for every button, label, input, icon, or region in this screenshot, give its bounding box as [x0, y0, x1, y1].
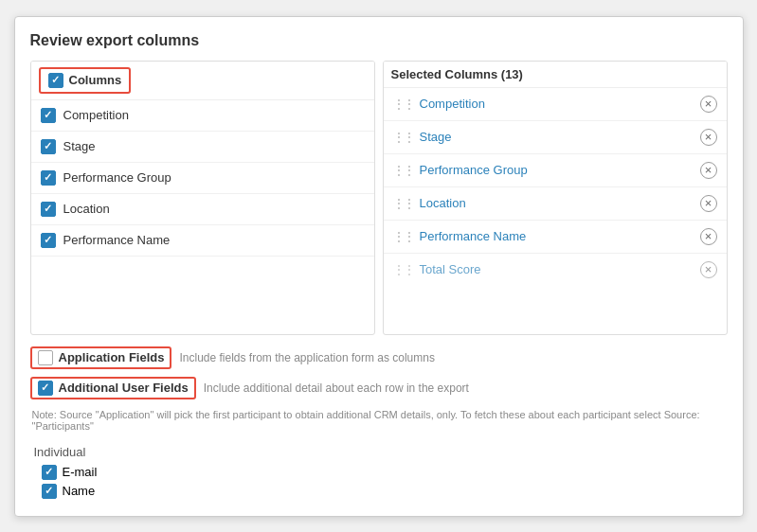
label-email: E-mail [63, 465, 98, 479]
selected-competition-left: ⋮⋮ Competition [393, 97, 485, 111]
remove-competition-button[interactable]: × [700, 96, 717, 113]
selected-performance-name: ⋮⋮ Performance Name × [384, 221, 727, 254]
left-item-performance-group: Performance Group [31, 163, 374, 194]
additional-fields-checkbox[interactable] [38, 381, 53, 396]
left-panel-title: Columns [69, 73, 122, 87]
right-panel-header: Selected Columns (13) [384, 62, 727, 88]
left-item-stage: Stage [31, 132, 374, 163]
selected-location: ⋮⋮ Location × [384, 187, 727, 221]
selected-location-left: ⋮⋮ Location [393, 196, 466, 210]
remove-location-button[interactable]: × [700, 195, 717, 212]
additional-fields-desc: Include additional detail about each row… [204, 381, 469, 395]
additional-fields-option: Additional User Fields Include additiona… [30, 377, 728, 399]
remove-performance-group-button[interactable]: × [700, 162, 717, 179]
drag-handle-performance-group: ⋮⋮ [393, 164, 414, 177]
selected-label-competition: Competition [420, 97, 485, 111]
right-panel: Selected Columns (13) ⋮⋮ Competition × ⋮… [383, 61, 728, 335]
checkbox-stage[interactable] [41, 139, 56, 154]
application-fields-desc: Include fields from the application form… [179, 351, 434, 364]
note-text: Note: Source "Application" will pick the… [32, 409, 728, 432]
checkbox-email[interactable] [42, 465, 57, 480]
label-name: Name [63, 484, 96, 498]
application-fields-label: Application Fields [59, 350, 165, 364]
checkbox-competition[interactable] [41, 108, 56, 123]
selected-performance-group-left: ⋮⋮ Performance Group [393, 163, 528, 177]
right-scroll-area[interactable]: ⋮⋮ Competition × ⋮⋮ Stage × ⋮⋮ Performan [384, 88, 727, 334]
columns-section: Columns Competition Stage Performance Gr… [30, 61, 728, 335]
drag-handle-competition: ⋮⋮ [393, 98, 414, 111]
drag-handle-total-score: ⋮⋮ [393, 263, 414, 276]
drag-handle-location: ⋮⋮ [393, 197, 414, 210]
left-scroll-area[interactable]: Competition Stage Performance Group Loca… [31, 100, 374, 334]
additional-fields-label: Additional User Fields [59, 381, 189, 395]
selected-label-performance-group: Performance Group [420, 163, 528, 177]
selected-performance-name-left: ⋮⋮ Performance Name [393, 229, 527, 243]
checkbox-performance-name[interactable] [41, 233, 56, 248]
selected-stage-left: ⋮⋮ Stage [393, 130, 452, 144]
checkbox-name[interactable] [42, 484, 57, 499]
additional-fields-outlined[interactable]: Additional User Fields [30, 377, 196, 399]
left-item-competition: Competition [31, 100, 374, 132]
remove-total-score-button[interactable]: × [700, 261, 717, 278]
label-location: Location [63, 202, 110, 216]
drag-handle-stage: ⋮⋮ [393, 131, 414, 144]
left-item-location: Location [31, 194, 374, 225]
individual-label: Individual [34, 445, 728, 459]
selected-label-total-score: Total Score [420, 262, 481, 276]
drag-handle-performance-name: ⋮⋮ [393, 230, 414, 243]
application-fields-option: Application Fields Include fields from t… [30, 346, 728, 369]
left-panel: Columns Competition Stage Performance Gr… [30, 61, 375, 335]
selected-competition: ⋮⋮ Competition × [384, 88, 727, 121]
label-performance-name: Performance Name [63, 233, 171, 247]
label-competition: Competition [63, 108, 129, 122]
selected-total-score: ⋮⋮ Total Score × [384, 254, 727, 286]
selected-total-score-left: ⋮⋮ Total Score [393, 262, 481, 276]
right-panel-title: Selected Columns (13) [391, 67, 523, 81]
left-item-performance-name: Performance Name [31, 225, 374, 257]
selected-label-performance-name: Performance Name [420, 229, 527, 243]
checkbox-performance-group[interactable] [41, 170, 56, 186]
individual-section: Individual E-mail Name [30, 445, 728, 501]
remove-stage-button[interactable]: × [700, 129, 717, 146]
bottom-section: Application Fields Include fields from t… [30, 346, 728, 501]
selected-label-stage: Stage [420, 130, 452, 144]
selected-label-location: Location [420, 196, 466, 210]
selected-performance-group: ⋮⋮ Performance Group × [384, 154, 727, 187]
user-field-email: E-mail [38, 463, 728, 482]
user-field-name: Name [38, 482, 728, 501]
label-performance-group: Performance Group [63, 170, 171, 185]
select-all-checkbox[interactable] [48, 73, 63, 88]
modal-title: Review export columns [30, 32, 728, 49]
review-export-modal: Review export columns Columns Competitio… [14, 16, 744, 517]
application-fields-checkbox[interactable] [38, 350, 53, 365]
selected-stage: ⋮⋮ Stage × [384, 121, 727, 154]
left-item-placeholder [31, 257, 374, 272]
remove-performance-name-button[interactable]: × [700, 228, 717, 245]
checkbox-location[interactable] [41, 202, 56, 217]
left-panel-header: Columns [31, 62, 374, 100]
columns-header-outline[interactable]: Columns [39, 67, 132, 94]
application-fields-outlined[interactable]: Application Fields [30, 346, 172, 369]
label-stage: Stage [63, 139, 96, 153]
